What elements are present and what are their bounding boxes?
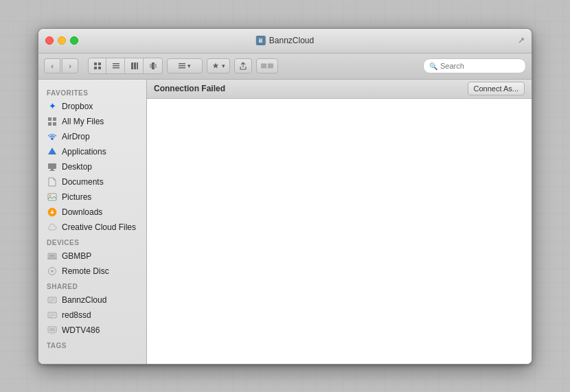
- svg-rect-6: [113, 67, 119, 69]
- sidebar-item-bannzcloud[interactable]: BannzCloud: [38, 292, 146, 308]
- sidebar-item-desktop[interactable]: Desktop: [38, 159, 146, 174]
- maximize-button[interactable]: [70, 36, 78, 45]
- sidebar: FAVORITES Dropbox All My Files AirDrop: [38, 80, 147, 364]
- sidebar-item-all-my-files[interactable]: All My Files: [38, 114, 146, 129]
- forward-button[interactable]: ›: [62, 58, 78, 73]
- sidebar-item-documents-label: Documents: [62, 177, 104, 187]
- svg-rect-18: [48, 117, 52, 121]
- svg-rect-2: [94, 67, 97, 69]
- view-toggle-button[interactable]: [256, 58, 278, 73]
- svg-rect-39: [49, 314, 55, 314]
- sidebar-item-dropbox[interactable]: Dropbox: [38, 99, 146, 114]
- red8ssd-icon: [47, 310, 58, 321]
- svg-rect-5: [113, 65, 119, 67]
- svg-rect-15: [179, 67, 185, 69]
- sidebar-item-bannzcloud-label: BannzCloud: [62, 295, 106, 305]
- svg-rect-13: [179, 63, 185, 65]
- devices-header: DEVICES: [38, 235, 146, 249]
- svg-rect-40: [49, 315, 55, 316]
- main-content: FAVORITES Dropbox All My Files AirDrop: [38, 80, 532, 364]
- close-button[interactable]: [45, 36, 54, 45]
- column-view-button[interactable]: [126, 58, 144, 73]
- tags-header: TAGS: [38, 338, 146, 351]
- sidebar-item-documents[interactable]: Documents: [38, 174, 146, 189]
- pictures-icon: [47, 192, 58, 203]
- search-box[interactable]: 🔍: [423, 58, 526, 73]
- remote-disc-icon: [47, 266, 58, 277]
- svg-rect-21: [53, 122, 56, 126]
- downloads-icon: [47, 207, 58, 218]
- sidebar-item-wdtv486-label: WDTV486: [62, 325, 100, 335]
- svg-rect-35: [49, 299, 55, 299]
- sidebar-item-pictures[interactable]: Pictures: [38, 189, 146, 205]
- nav-buttons: ‹ ›: [44, 58, 78, 73]
- creative-cloud-icon: [47, 222, 58, 233]
- svg-rect-24: [51, 169, 54, 170]
- svg-rect-45: [49, 334, 55, 334]
- svg-rect-12: [154, 64, 157, 68]
- sidebar-item-wdtv486[interactable]: WDTV486: [38, 323, 146, 338]
- sidebar-item-gbmbp[interactable]: GBMBP: [38, 249, 146, 264]
- svg-rect-19: [53, 117, 56, 121]
- sidebar-item-remote-disc[interactable]: Remote Disc: [38, 264, 146, 279]
- sidebar-item-pictures-label: Pictures: [62, 192, 91, 202]
- shared-header: SHARED: [38, 279, 146, 292]
- gbmbp-icon: [47, 251, 58, 262]
- sidebar-item-creative-cloud[interactable]: Creative Cloud Files: [38, 220, 146, 235]
- svg-rect-20: [48, 122, 52, 126]
- sidebar-item-red8ssd[interactable]: red8ssd: [38, 308, 146, 323]
- svg-rect-0: [94, 62, 97, 65]
- icon-view-button[interactable]: [89, 58, 106, 73]
- sidebar-item-all-my-files-label: All My Files: [62, 117, 104, 126]
- search-input[interactable]: [440, 62, 520, 70]
- resize-button[interactable]: [516, 36, 526, 45]
- sidebar-item-desktop-label: Desktop: [62, 162, 92, 172]
- svg-rect-37: [49, 301, 52, 302]
- svg-rect-9: [137, 62, 138, 69]
- sidebar-item-airdrop[interactable]: AirDrop: [38, 129, 146, 144]
- list-view-button[interactable]: [107, 58, 125, 73]
- all-files-icon: [47, 116, 58, 127]
- dropbox-icon: [47, 101, 58, 112]
- title-icon: 🖥: [256, 36, 266, 45]
- svg-rect-43: [49, 328, 55, 331]
- svg-point-27: [49, 194, 51, 196]
- svg-rect-1: [98, 62, 101, 65]
- svg-rect-25: [49, 170, 55, 171]
- sidebar-item-applications[interactable]: Applications: [38, 144, 146, 159]
- svg-rect-41: [49, 316, 52, 317]
- arrange-button[interactable]: ▾: [167, 58, 203, 73]
- finder-window: 🖥 BannzCloud ‹ ›: [38, 28, 532, 365]
- share-button[interactable]: [234, 58, 252, 73]
- traffic-lights: [45, 36, 78, 45]
- search-icon: 🔍: [429, 62, 437, 70]
- svg-rect-14: [179, 65, 185, 67]
- back-button[interactable]: ‹: [44, 58, 60, 73]
- sidebar-item-remote-disc-label: Remote Disc: [62, 266, 109, 276]
- svg-rect-31: [47, 258, 57, 260]
- desktop-icon: [47, 161, 58, 172]
- bannzcloud-icon: [47, 295, 58, 305]
- action-button[interactable]: ▾: [207, 58, 230, 73]
- connect-as-button[interactable]: Connect As...: [468, 82, 525, 95]
- coverflow-view-button[interactable]: [144, 58, 162, 73]
- sidebar-item-creative-cloud-label: Creative Cloud Files: [62, 222, 136, 232]
- documents-icon: [47, 176, 58, 187]
- sidebar-item-downloads-label: Downloads: [62, 207, 102, 217]
- applications-icon: [47, 146, 58, 157]
- title-label: BannzCloud: [269, 36, 314, 45]
- minimize-button[interactable]: [58, 36, 66, 45]
- svg-rect-8: [134, 62, 136, 69]
- titlebar: 🖥 BannzCloud: [38, 29, 532, 54]
- sidebar-item-airdrop-label: AirDrop: [62, 132, 90, 141]
- sidebar-item-red8ssd-label: red8ssd: [62, 310, 91, 320]
- content-body: [147, 99, 532, 364]
- view-buttons: [88, 58, 163, 74]
- svg-rect-16: [261, 63, 266, 68]
- svg-rect-3: [98, 67, 101, 69]
- toolbar: ‹ › ▾ ▾: [38, 54, 532, 80]
- sidebar-item-downloads[interactable]: Downloads: [38, 205, 146, 220]
- airdrop-icon: [47, 131, 58, 142]
- sidebar-item-gbmbp-label: GBMBP: [62, 251, 91, 261]
- svg-rect-23: [48, 163, 56, 169]
